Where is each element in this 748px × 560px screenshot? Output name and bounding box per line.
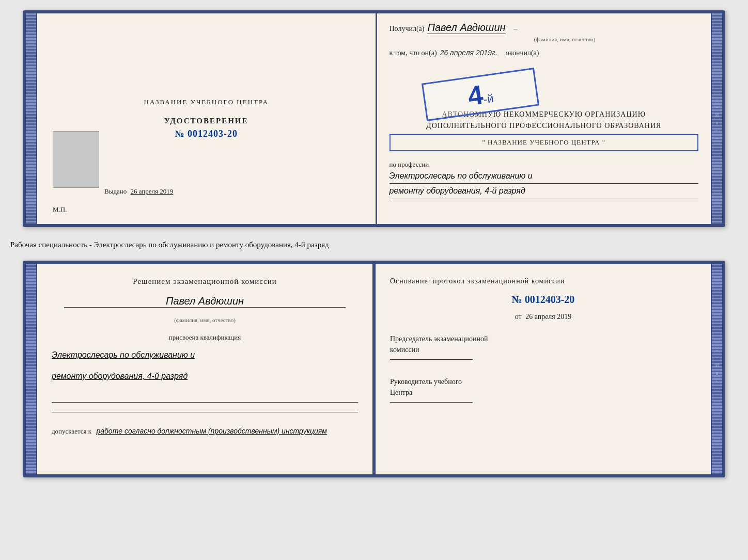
professiya-block: по профессии Электрослесарь по обслужива… bbox=[389, 161, 699, 200]
resheniye-title: Решением экзаменационной комиссии bbox=[52, 276, 358, 287]
protocol-date-value: 26 апреля 2019 bbox=[525, 313, 571, 321]
spine-mark-6: – bbox=[716, 135, 719, 141]
po-professii-label: по профессии bbox=[389, 161, 699, 169]
vydano-label: Выдано bbox=[104, 187, 127, 195]
recipient-line: Получил(а) Павел Авдюшин – bbox=[389, 22, 699, 34]
udostoverenie-label: УДОСТОВЕРЕНИЕ bbox=[164, 117, 248, 125]
rank-suffix: -й bbox=[482, 92, 494, 106]
spine-b-mark-6: – bbox=[716, 386, 719, 391]
protocol-number-bottom: № 0012403-20 bbox=[390, 294, 696, 306]
add-line-2 bbox=[52, 404, 358, 412]
spine-mark-4: а bbox=[716, 120, 718, 125]
prisvoena-label: присвоена квалификация bbox=[52, 333, 358, 342]
cert-number-top: № 0012403-20 bbox=[175, 129, 238, 139]
protocol-date-bottom: от 26 апреля 2019 bbox=[390, 313, 696, 321]
document-bottom: Решением экзаменационной комиссии Павел … bbox=[23, 261, 725, 477]
spine-right-top: – – И а ← – bbox=[711, 13, 722, 224]
predsedatel-line1: Председатель экзаменационной bbox=[390, 333, 696, 344]
profession-line2-top: ремонту оборудования, 4-й разряд bbox=[389, 184, 699, 199]
spine-b-mark-4: а bbox=[716, 370, 718, 376]
poluchil-prefix: Получил(а) bbox=[389, 25, 425, 33]
udostoverenie-block: УДОСТОВЕРЕНИЕ № 0012403-20 bbox=[164, 117, 248, 139]
osnovanie-title: Основание: протокол экзаменационной коми… bbox=[390, 276, 696, 286]
rukovoditel-block: Руководитель учебного Центра bbox=[390, 376, 696, 405]
spine-mark-3: И bbox=[715, 112, 719, 118]
spine-left-bottom bbox=[26, 264, 37, 474]
org-line2: ДОПОЛНИТЕЛЬНОГО ПРОФЕССИОНАЛЬНОГО ОБРАЗО… bbox=[389, 120, 699, 132]
center-title: НАЗВАНИЕ УЧЕБНОГО ЦЕНТРА bbox=[144, 98, 269, 106]
vtom-prefix: в том, что он(а) bbox=[389, 49, 437, 57]
mp-label: М.П. bbox=[53, 205, 67, 214]
org-name: " НАЗВАНИЕ УЧЕБНОГО ЦЕНТРА " bbox=[389, 134, 699, 151]
spine-b-mark-5: ← bbox=[714, 378, 720, 383]
fio-label-top: (фамилия, имя, отчество) bbox=[431, 36, 699, 42]
vydano-line: Выдано 26 апреля 2019 bbox=[104, 187, 173, 196]
vydano-date: 26 апреля 2019 bbox=[131, 187, 174, 195]
bottom-doc-right-panel: Основание: протокол экзаменационной коми… bbox=[374, 264, 711, 474]
rukovoditel-line2: Центра bbox=[390, 387, 696, 398]
bottom-doc-left-panel: Решением экзаменационной комиссии Павел … bbox=[37, 264, 374, 474]
spine-b-mark-3: И bbox=[715, 362, 719, 368]
profession-line2-bottom: ремонту оборудования, 4-й разряд bbox=[52, 369, 358, 384]
dopuskaetsya-line: допускается к работе согласно должностны… bbox=[52, 427, 358, 436]
ot-prefix: от bbox=[515, 313, 522, 321]
profession-line1-top: Электрослесарь по обслуживанию и bbox=[389, 169, 699, 184]
spine-b-mark-2: – bbox=[716, 355, 719, 360]
dopusk-text: работе согласно должностным (производств… bbox=[96, 427, 327, 435]
add-line-1 bbox=[52, 394, 358, 403]
profession-line1-bottom: Электрослесарь по обслуживанию и bbox=[52, 348, 358, 363]
dopuskaetsya-label: допускается к bbox=[52, 427, 91, 435]
spine-right-bottom: – – И а ← – bbox=[711, 264, 722, 474]
top-doc-right-panel: Получил(а) Павел Авдюшин – (фамилия, имя… bbox=[377, 13, 711, 224]
okonchil-label: окончил(а) bbox=[506, 49, 539, 57]
spine-mark-5: ← bbox=[714, 127, 720, 133]
rukovoditel-signature bbox=[390, 402, 473, 403]
vtom-date: 26 апреля 2019г. bbox=[440, 49, 497, 57]
document-top: НАЗВАНИЕ УЧЕБНОГО ЦЕНТРА УДОСТОВЕРЕНИЕ №… bbox=[23, 10, 725, 227]
predsedatel-signature bbox=[390, 359, 473, 360]
spine-b-mark-1: – bbox=[716, 347, 719, 353]
rukovoditel-line1: Руководитель учебного bbox=[390, 376, 696, 387]
recipient-name: Павел Авдюшин bbox=[427, 22, 505, 34]
vtom-line: в том, что он(а) 26 апреля 2019г. окончи… bbox=[389, 49, 699, 57]
predsedatel-block: Председатель экзаменационной комиссии bbox=[390, 333, 696, 362]
spine-mark-2: – bbox=[716, 104, 719, 110]
predsedatel-line2: комиссии bbox=[390, 344, 696, 355]
spine-left bbox=[26, 13, 37, 224]
rank-number: 4 bbox=[465, 79, 485, 111]
photo-placeholder bbox=[53, 131, 99, 188]
spine-mark-1: – bbox=[716, 97, 719, 102]
specialty-label: Рабочая специальность - Электрослесарь п… bbox=[10, 236, 738, 251]
top-doc-left-panel: НАЗВАНИЕ УЧЕБНОГО ЦЕНТРА УДОСТОВЕРЕНИЕ №… bbox=[37, 13, 377, 224]
bottom-name: Павел Авдюшин bbox=[64, 295, 346, 308]
additional-lines bbox=[52, 394, 358, 412]
fio-label-bottom: (фамилия, имя, отчество) bbox=[52, 317, 358, 323]
